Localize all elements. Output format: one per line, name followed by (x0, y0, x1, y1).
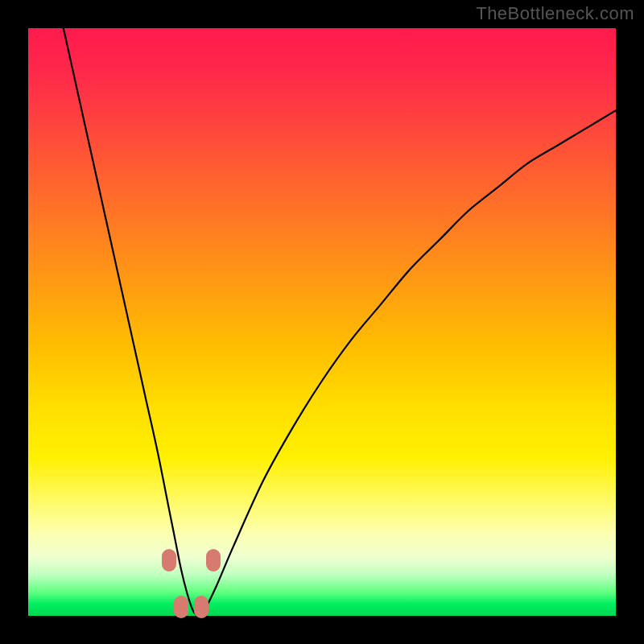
data-marker (206, 549, 221, 572)
watermark-text: TheBottleneck.com (476, 3, 634, 24)
chart-plot-area (28, 28, 616, 616)
data-marker (162, 549, 176, 572)
marker-layer (28, 28, 616, 616)
data-marker (174, 596, 188, 618)
data-marker (194, 596, 208, 618)
